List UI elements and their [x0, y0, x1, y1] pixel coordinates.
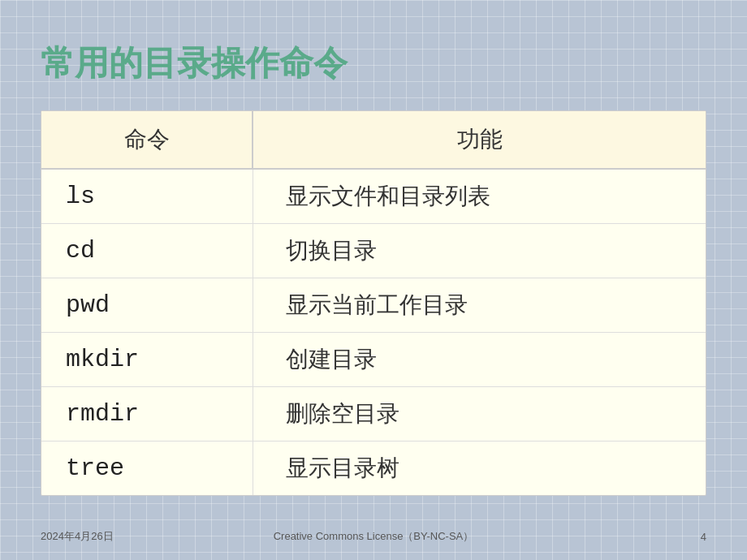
table-row: mkdir创建目录: [41, 333, 706, 387]
table-cell-command: tree: [41, 442, 253, 496]
table-row: tree显示目录树: [41, 442, 706, 496]
table-header-row: 命令 功能: [41, 111, 706, 169]
slide-title: 常用的目录操作命令: [41, 41, 706, 86]
table-cell-command: rmdir: [41, 387, 253, 442]
table-row: rmdir删除空目录: [41, 387, 706, 442]
table-cell-command: cd: [41, 224, 253, 278]
table-row: pwd显示当前工作目录: [41, 278, 706, 333]
footer-license: Creative Commons License（BY-NC-SA）: [274, 529, 474, 544]
table-cell-command: mkdir: [41, 333, 253, 387]
table-cell-description: 创建目录: [253, 333, 706, 387]
table-row: ls显示文件和目录列表: [41, 169, 706, 224]
slide: 常用的目录操作命令 命令 功能 ls显示文件和目录列表cd切换目录pwd显示当前…: [0, 0, 747, 560]
table-cell-description: 删除空目录: [253, 387, 706, 442]
table-cell-command: ls: [41, 169, 253, 224]
table-cell-command: pwd: [41, 278, 253, 333]
command-table-wrapper: 命令 功能 ls显示文件和目录列表cd切换目录pwd显示当前工作目录mkdir创…: [41, 110, 706, 496]
table-cell-description: 显示文件和目录列表: [253, 169, 706, 224]
slide-footer: 2024年4月26日 Creative Commons License（BY-N…: [0, 529, 747, 544]
command-table: 命令 功能 ls显示文件和目录列表cd切换目录pwd显示当前工作目录mkdir创…: [41, 111, 706, 495]
table-row: cd切换目录: [41, 224, 706, 278]
footer-page: 4: [701, 531, 706, 543]
footer-date: 2024年4月26日: [41, 529, 114, 544]
table-cell-description: 显示目录树: [253, 442, 706, 496]
col-header-command: 命令: [41, 111, 253, 169]
table-cell-description: 显示当前工作目录: [253, 278, 706, 333]
col-header-function: 功能: [253, 111, 706, 169]
table-cell-description: 切换目录: [253, 224, 706, 278]
